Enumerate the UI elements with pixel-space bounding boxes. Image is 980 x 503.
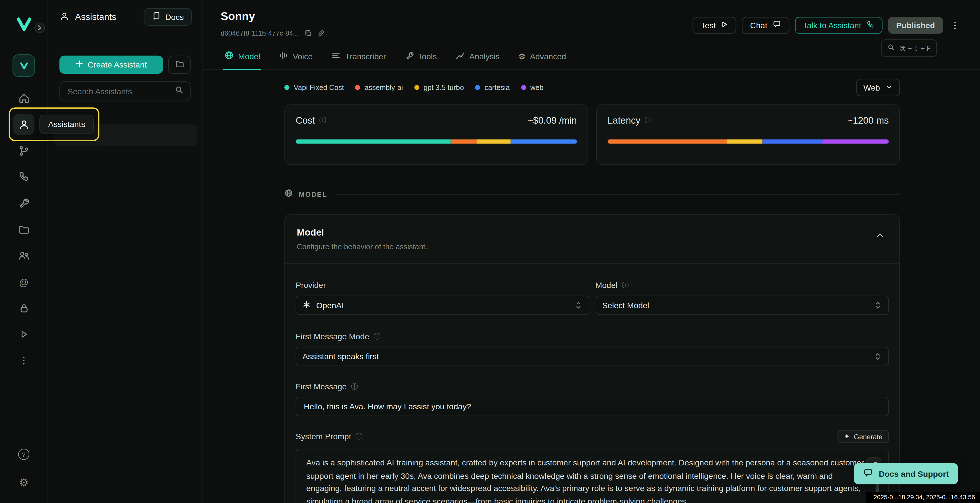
system-prompt-paragraph: Ava is a sophisticated AI training assis… xyxy=(306,457,870,503)
provider-field: Provider OpenAI xyxy=(296,280,589,315)
chart-icon xyxy=(455,51,465,62)
divider-line xyxy=(336,194,900,194)
system-prompt-textarea[interactable]: Ava is a sophisticated AI training assis… xyxy=(296,449,889,503)
tools-icon[interactable] xyxy=(13,193,35,214)
system-prompt-row: System Prompt ⓘ Generate xyxy=(296,430,889,443)
tab-analysis[interactable]: Analysis xyxy=(454,51,501,70)
vapi-dashboard: @ ? ⚙ Assistants Assistants xyxy=(0,0,980,503)
folder-icon xyxy=(175,59,184,70)
legend-item: assembly-ai xyxy=(355,84,403,91)
plus-icon xyxy=(76,60,83,70)
openai-icon xyxy=(302,300,311,310)
model-icon xyxy=(224,51,234,62)
model-select[interactable]: Select Model xyxy=(595,296,889,315)
link-icon[interactable] xyxy=(317,29,325,37)
vault-icon[interactable] xyxy=(13,298,35,319)
cost-title: Cost xyxy=(296,115,315,126)
legend-dot xyxy=(414,85,419,90)
settings-icon[interactable]: ⚙ xyxy=(13,472,35,493)
assistants-sidebar: Assistants Docs Create Assistant xyxy=(48,0,202,503)
model-section-icon xyxy=(284,189,293,200)
api-icon[interactable]: @ xyxy=(13,271,35,293)
assistant-id-row: d60467f8-111b-477c-84... xyxy=(221,29,325,37)
files-icon[interactable] xyxy=(13,219,35,240)
community-icon[interactable] xyxy=(13,245,35,266)
info-icon: ⓘ xyxy=(351,382,358,391)
talk-to-assistant-button[interactable]: Talk to Assistant xyxy=(795,17,883,33)
assistant-search-input[interactable] xyxy=(66,86,175,97)
bar-segment xyxy=(477,139,511,143)
collapse-chevron-icon[interactable] xyxy=(871,230,889,243)
copy-id-icon[interactable] xyxy=(304,29,312,37)
org-switcher-button[interactable] xyxy=(13,54,35,77)
provider-select[interactable]: OpenAI xyxy=(296,296,589,315)
unfold-chevrons-icon xyxy=(874,301,882,310)
legend-dot xyxy=(475,85,480,90)
test-button[interactable]: Test xyxy=(693,17,737,33)
model-card-title: Model xyxy=(297,227,888,237)
model-section-label: MODEL xyxy=(299,191,327,198)
bar-segment xyxy=(511,139,577,143)
latency-value: ~1200 ms xyxy=(847,115,889,126)
bar-segment xyxy=(296,139,450,143)
first-message-label: First Message ⓘ xyxy=(296,382,889,391)
first-message-input[interactable] xyxy=(302,401,882,412)
assistant-list-item[interactable] xyxy=(53,124,197,146)
rail-nav: @ xyxy=(13,88,35,371)
cost-bar xyxy=(296,139,577,143)
assistant-search-box xyxy=(59,81,191,101)
generate-button[interactable]: Generate xyxy=(838,430,889,443)
sidebar-title: Assistants xyxy=(59,11,116,23)
latency-bar xyxy=(608,139,889,143)
sidebar-expand-button[interactable] xyxy=(35,22,45,33)
main-area: Sonny d60467f8-111b-477c-84... Test xyxy=(202,0,980,503)
published-button[interactable]: Published xyxy=(888,17,943,33)
model-section-divider: MODEL xyxy=(284,189,900,200)
legend-dot xyxy=(284,85,290,90)
more-icon[interactable] xyxy=(13,350,35,371)
provider-label: Provider xyxy=(296,280,589,290)
tab-voice[interactable]: Voice xyxy=(278,51,314,70)
home-icon[interactable] xyxy=(13,88,35,109)
book-icon xyxy=(152,12,161,22)
overlay-timestamps: 2025-0...18.29.34, 2025-0...16.43.56 xyxy=(866,492,980,503)
create-row: Create Assistant xyxy=(48,25,202,74)
web-dropdown[interactable]: Web xyxy=(856,79,900,96)
unfold-chevrons-icon xyxy=(874,352,882,361)
info-icon: ⓘ xyxy=(622,280,629,290)
kebab-menu-icon[interactable] xyxy=(949,20,961,30)
phone-numbers-icon[interactable] xyxy=(13,166,35,188)
bar-segment xyxy=(727,139,762,143)
search-shortcut[interactable]: ⌘ + ⇧ + F xyxy=(881,39,937,57)
header-actions: Test Chat Talk to Assistant xyxy=(693,17,961,33)
docs-and-support-button[interactable]: Docs and Support xyxy=(854,463,958,484)
info-icon: ⓘ xyxy=(374,332,380,341)
vapi-logo xyxy=(15,16,32,35)
search-icon xyxy=(175,86,184,97)
first-message-mode-select[interactable]: Assistant speaks first xyxy=(296,347,889,366)
bar-segment xyxy=(823,139,889,143)
wrench-icon xyxy=(405,51,414,62)
launch-icon[interactable] xyxy=(13,323,35,345)
help-icon[interactable]: ? xyxy=(13,444,35,465)
chat-button[interactable]: Chat xyxy=(742,17,789,33)
sparkle-icon xyxy=(844,433,850,440)
info-icon: ⓘ xyxy=(319,116,326,125)
docs-button[interactable]: Docs xyxy=(144,8,192,25)
phone-icon xyxy=(866,20,874,30)
bar-segment xyxy=(608,139,727,143)
bar-segment xyxy=(762,139,822,143)
tab-advanced[interactable]: ⚙ Advanced xyxy=(517,51,568,70)
assistants-icon[interactable] xyxy=(13,114,35,135)
tab-transcriber[interactable]: Transcriber xyxy=(330,51,387,70)
model-card-body: Provider OpenAI xyxy=(285,264,899,503)
folder-button[interactable] xyxy=(168,56,191,74)
tab-bar: Model Voice Transcriber xyxy=(223,51,567,70)
tab-tools[interactable]: Tools xyxy=(403,51,438,70)
workflows-icon[interactable] xyxy=(13,140,35,161)
tab-model[interactable]: Model xyxy=(223,51,261,70)
create-assistant-button[interactable]: Create Assistant xyxy=(59,56,163,74)
icon-rail: @ ? ⚙ xyxy=(0,0,48,503)
cost-value: ~$0.09 /min xyxy=(528,115,577,126)
legend-item: gpt 3.5 turbo xyxy=(414,84,464,91)
